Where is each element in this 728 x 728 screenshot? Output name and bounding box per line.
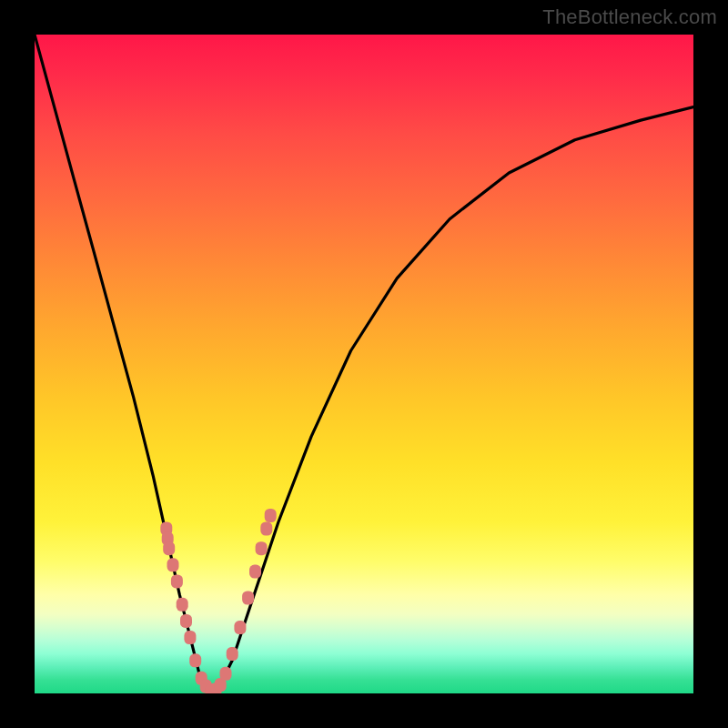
marker-dot [227,647,238,661]
chart-svg [35,35,693,693]
marker-dot [256,541,268,555]
plot-area [35,35,693,693]
marker-points [160,509,276,693]
marker-dot [171,574,183,588]
marker-dot [180,614,192,628]
marker-dot [242,592,254,605]
bottleneck-curve [35,35,693,693]
marker-dot [177,598,188,612]
marker-dot [167,558,179,571]
chart-frame: TheBottleneck.com [0,0,728,728]
marker-dot [189,653,201,667]
marker-dot [220,667,232,681]
marker-dot [265,509,277,522]
marker-dot [249,565,261,579]
watermark-label: TheBottleneck.com [542,5,717,29]
marker-dot [184,631,196,644]
marker-dot [163,541,175,555]
marker-dot [234,621,246,634]
marker-dot [260,522,272,536]
bottleneck-curve-path [35,35,693,693]
